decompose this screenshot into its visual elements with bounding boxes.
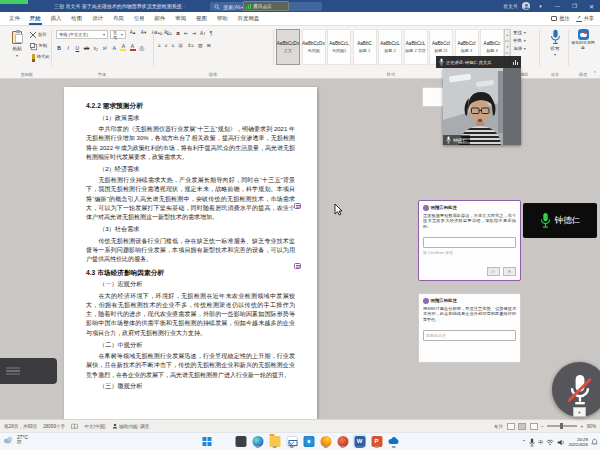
web-layout-button[interactable]: [530, 423, 538, 430]
grow-font-button[interactable]: A▴: [128, 30, 137, 35]
share-button[interactable]: 共享: [576, 15, 594, 22]
close-button[interactable]: [585, 0, 598, 12]
tab-baidu-netdisk[interactable]: 百度网盘: [233, 12, 265, 25]
comment-anchor-icon[interactable]: [294, 263, 301, 269]
bullets-button[interactable]: •≡: [158, 31, 162, 36]
multilevel-list-button[interactable]: ≣: [176, 31, 180, 36]
style-no-spacing[interactable]: AaBbCcDx 无间隔: [302, 29, 326, 65]
font-color-button[interactable]: A: [130, 43, 136, 51]
style-no-spacing-1[interactable]: AaBbCcL 无间隔1: [327, 29, 351, 65]
volume-icon[interactable]: [557, 439, 565, 446]
style-heading-2-char[interactable]: AaBbCcL 标题 2 字符: [404, 29, 428, 65]
taskbar-clock[interactable]: 20:29 2022/4/26: [568, 437, 588, 448]
ribbon-display-options-button[interactable]: [534, 0, 547, 12]
minimize-button[interactable]: [551, 0, 564, 12]
zoom-in-button[interactable]: +: [581, 424, 584, 429]
word-count[interactable]: 28099个字: [43, 424, 65, 429]
style-heading-1[interactable]: AaBbC 标题 1: [353, 29, 377, 65]
paste-button[interactable]: 粘贴: [6, 29, 28, 69]
style-normal[interactable]: AaBbCcDx 正文: [276, 29, 300, 65]
taskbar-mail-icon[interactable]: [285, 434, 299, 448]
taskbar-start-button[interactable]: [200, 434, 214, 448]
tab-help[interactable]: 帮助: [212, 12, 233, 25]
tab-file[interactable]: 文件: [4, 12, 25, 25]
taskbar-search-button[interactable]: [217, 434, 231, 448]
comment-card-active[interactable]: 国翔言的批注 需求预测要有数据支撑点，不能太大而化之，这个技术需求多大经济效益要…: [418, 200, 521, 281]
meeting-video-thumbnail[interactable]: 钟德仁: [443, 68, 521, 145]
save-to-baidu-netdisk-button[interactable]: 保存到百度网盘: [570, 29, 596, 71]
increase-indent-button[interactable]: ⇥: [192, 31, 196, 36]
mute-options-button[interactable]: ▾: [573, 407, 586, 417]
taskbar-edge-icon[interactable]: [251, 434, 265, 448]
replace-button[interactable]: 替换: [513, 38, 526, 43]
taskbar-onedrive-icon[interactable]: [387, 434, 401, 448]
comment-card[interactable]: 国翔言的批注 用SWOT整合分析吧，而且注意优势、劣势是技术本身的，机会和挑战是…: [418, 293, 521, 363]
cut-button[interactable]: 剪切: [30, 30, 47, 39]
font-name-combobox[interactable]: 等线 (中文正文): [56, 30, 108, 39]
tab-mailings[interactable]: 邮件: [149, 12, 170, 25]
zoom-level[interactable]: 90%: [587, 424, 596, 429]
taskbar-powerpoint-icon[interactable]: P: [370, 434, 384, 448]
tab-layout[interactable]: 布局: [108, 12, 129, 25]
sort-button[interactable]: A↕: [200, 31, 206, 36]
numbering-button[interactable]: 1≡: [166, 31, 171, 36]
select-button[interactable]: 选择: [513, 46, 526, 51]
comment-reply-input[interactable]: [423, 237, 516, 248]
comment-cancel-button[interactable]: ✕: [503, 267, 516, 276]
italic-button[interactable]: I: [65, 45, 71, 51]
format-painter-button[interactable]: 格式刷: [30, 52, 49, 61]
align-right-button[interactable]: ≡: [172, 43, 175, 48]
tab-draw[interactable]: 绘图: [66, 12, 87, 25]
proofing-icon[interactable]: [71, 423, 78, 430]
copy-button[interactable]: 复制: [30, 41, 47, 50]
network-icon[interactable]: [546, 439, 554, 446]
style-heading-2[interactable]: AaBbCcL 标题 2: [378, 29, 402, 65]
focus-mode-button[interactable]: 专注: [494, 424, 503, 429]
comments-button[interactable]: 批注: [551, 15, 569, 22]
bold-button[interactable]: B: [56, 45, 62, 51]
accessibility-status[interactable]: 辅助功能: 调查: [112, 423, 150, 429]
line-spacing-button[interactable]: ⇕≡: [187, 43, 194, 48]
ime-indicator[interactable]: 中: [538, 439, 543, 446]
taskbar-photos-icon[interactable]: [302, 434, 316, 448]
dictate-button[interactable]: 听写: [543, 29, 567, 69]
tab-design[interactable]: 设计: [87, 12, 108, 25]
language-indicator[interactable]: 中文(中国): [84, 424, 105, 429]
tab-review[interactable]: 审阅: [170, 12, 191, 25]
justify-button[interactable]: ≡: [178, 43, 183, 48]
taskbar-weather-widget[interactable]: 27°C 阴: [3, 434, 28, 445]
taskbar-task-view-button[interactable]: [234, 434, 248, 448]
borders-button[interactable]: ⊞: [207, 43, 211, 48]
tray-overflow-button[interactable]: ⌃: [522, 439, 527, 445]
taskbar-firefox-icon[interactable]: [319, 434, 333, 448]
maximize-button[interactable]: [568, 0, 581, 12]
document-page[interactable]: 4.2.2 需求预测分析（1）政策需求中共印发的《无损检测仪器行业发展“十三五”…: [64, 87, 317, 419]
tab-home[interactable]: 开始: [25, 12, 46, 25]
superscript-button[interactable]: x²: [102, 45, 108, 51]
page-indicator[interactable]: 第28页，共69页: [4, 424, 37, 429]
text-effects-button[interactable]: A: [111, 45, 117, 51]
read-mode-button[interactable]: [507, 423, 515, 430]
tab-view[interactable]: 视图: [191, 12, 212, 25]
enclose-characters-button[interactable]: Ⓐ: [139, 45, 145, 51]
taskbar-meeting-icon[interactable]: [336, 434, 350, 448]
align-center-button[interactable]: ≡: [165, 43, 168, 48]
shrink-font-button[interactable]: A▾: [139, 30, 148, 35]
meeting-docked-panel-handle[interactable]: [0, 358, 57, 384]
taskbar-file-explorer-icon[interactable]: [268, 434, 282, 448]
subscript-button[interactable]: x₂: [93, 45, 99, 51]
zoom-slider[interactable]: [547, 425, 577, 426]
align-left-button[interactable]: ≡: [158, 43, 161, 48]
comment-send-button[interactable]: ▷: [487, 267, 500, 276]
underline-button[interactable]: U: [74, 45, 80, 51]
collapse-ribbon-button[interactable]: ⌃: [593, 70, 597, 76]
tray-microphone-icon[interactable]: [529, 438, 535, 447]
comment-reply-input[interactable]: [423, 330, 516, 341]
tab-insert[interactable]: 插入: [46, 12, 67, 25]
active-speaker-widget[interactable]: 钟德仁: [523, 203, 597, 238]
print-layout-button[interactable]: [518, 423, 526, 430]
meeting-running-chip[interactable]: 腾讯会议: [243, 1, 289, 11]
tab-references[interactable]: 引用: [129, 12, 150, 25]
comment-anchor-icon[interactable]: [294, 203, 301, 209]
taskbar-word-icon[interactable]: W: [353, 434, 367, 448]
